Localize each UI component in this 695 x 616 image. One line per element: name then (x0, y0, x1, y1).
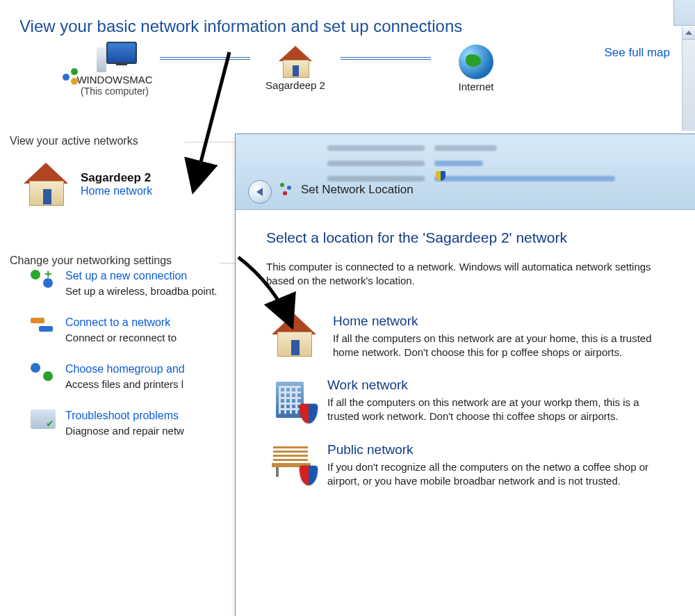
settings-desc: Set up a wireless, broadba point. (65, 285, 253, 297)
option-title: Work network (327, 378, 672, 393)
option-home-network[interactable]: Home network If all the computers on thi… (266, 308, 675, 373)
connect-icon (31, 316, 56, 336)
network-map: WINDOWSMAC (This computer) Sagardeep 2 I… (70, 40, 521, 97)
homegroup-icon (31, 363, 56, 384)
option-text: If all the computers on this network are… (333, 332, 672, 360)
dialog-body: Select a location for the 'Sagardeep 2' … (236, 210, 695, 501)
option-work-network[interactable]: Work network If all the computers on thi… (266, 372, 675, 437)
dialog-description: This computer is connected to a network.… (266, 260, 675, 289)
network-type-link[interactable]: Home network (81, 185, 152, 197)
dialog-heading: Select a location for the 'Sagardeep 2' … (266, 229, 675, 246)
dialog-title: Set Network Location (301, 183, 414, 197)
option-public-network[interactable]: Public network If you don't recognize al… (266, 437, 675, 501)
see-full-map-link[interactable]: See full map (605, 46, 671, 60)
settings-list: Set up a new connection Set up a wireles… (31, 270, 253, 456)
option-text: If you don't recognize all the computers… (327, 460, 672, 489)
option-title: Public network (327, 442, 672, 457)
active-network-name: Sagardeep 2 (81, 171, 152, 185)
settings-link[interactable]: Troubleshoot problems (65, 410, 253, 422)
map-label-network: Sagardeep 2 (265, 79, 325, 91)
map-node-network[interactable]: Sagardeep 2 (250, 46, 341, 91)
house-icon (269, 314, 319, 357)
setup-connection-item[interactable]: Set up a new connection Set up a wireles… (31, 270, 253, 297)
page-title: View your basic network information and … (19, 17, 462, 36)
map-sublabel-this-pc: (This computer) (81, 86, 149, 97)
network-location-icon (279, 181, 295, 198)
settings-desc: Diagnose and repair netw (65, 425, 253, 437)
computer-icon (94, 40, 136, 72)
settings-desc: Connect or reconnect to (65, 332, 253, 343)
option-text: If all the computers on this network are… (327, 396, 672, 424)
map-connector (160, 57, 250, 60)
discovery-icon (63, 68, 79, 85)
change-settings-heading: Change your networking settings (10, 254, 172, 267)
troubleshoot-item[interactable]: Troubleshoot problems Diagnose and repai… (31, 410, 253, 437)
dialog-titlebar: Set Network Location (236, 134, 695, 210)
map-label-this-pc: WINDOWSMAC (76, 74, 152, 86)
map-label-internet: Internet (459, 81, 494, 92)
new-connection-icon (31, 270, 56, 291)
scroll-up-button[interactable] (682, 26, 695, 40)
map-node-internet[interactable]: Internet (431, 44, 521, 92)
troubleshoot-icon (31, 410, 56, 429)
active-networks-heading: View your active networks (10, 135, 138, 147)
settings-link[interactable]: Set up a new connection (65, 270, 253, 282)
window-chrome-corner (673, 0, 695, 26)
map-node-this-pc[interactable]: WINDOWSMAC (This computer) (70, 40, 160, 97)
blurred-background-content (327, 141, 687, 179)
network-and-sharing-center: View your basic network information and … (0, 0, 695, 616)
option-title: Home network (333, 314, 672, 329)
map-connector (341, 57, 431, 60)
house-icon (21, 163, 71, 206)
settings-link[interactable]: Choose homegroup and (65, 363, 253, 375)
globe-icon (459, 44, 493, 79)
shield-icon (300, 404, 318, 423)
connect-network-item[interactable]: Connect to a network Connect or reconnec… (31, 316, 253, 343)
homegroup-item[interactable]: Choose homegroup and Access files and pr… (31, 363, 253, 390)
shield-icon (300, 466, 318, 485)
settings-link[interactable]: Connect to a network (65, 316, 253, 329)
house-icon (276, 46, 315, 78)
back-button[interactable] (248, 180, 272, 204)
scrollbar[interactable] (682, 26, 695, 131)
settings-desc: Access files and printers l (65, 378, 253, 390)
active-network-item: Sagardeep 2 Home network (21, 163, 152, 206)
set-network-location-dialog: Set Network Location Select a location f… (235, 133, 695, 616)
